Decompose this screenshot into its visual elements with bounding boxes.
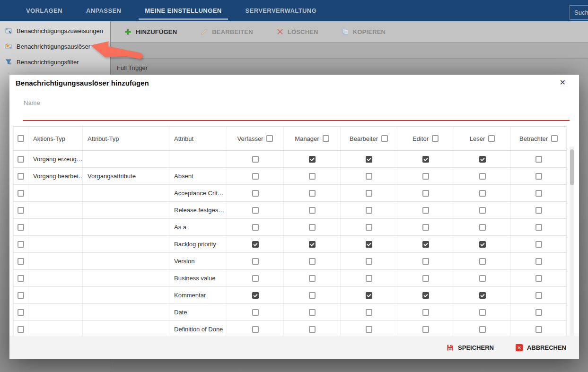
role-checkbox-bearbeiter[interactable] <box>366 173 372 180</box>
toolbar-button-plus[interactable]: HINZUFÜGEN <box>124 28 177 35</box>
role-checkbox-verfasser[interactable] <box>252 326 259 333</box>
column-checkbox-manager[interactable] <box>323 135 329 142</box>
search-input[interactable] <box>570 5 588 20</box>
role-checkbox-leser[interactable] <box>479 156 486 163</box>
role-checkbox-leser[interactable] <box>479 309 486 316</box>
role-checkbox-editor[interactable] <box>422 326 429 333</box>
row-select-checkbox[interactable] <box>18 326 24 333</box>
role-checkbox-manager[interactable] <box>309 275 316 282</box>
sidebar-item-benachrichtigungsausl-ser[interactable]: Benachrichtigungsauslöser <box>0 39 110 54</box>
role-checkbox-manager[interactable] <box>309 224 316 231</box>
role-checkbox-verfasser[interactable] <box>252 190 259 197</box>
role-checkbox-leser[interactable] <box>479 292 486 299</box>
vertical-scrollbar[interactable] <box>570 147 574 336</box>
tab-serververwaltung[interactable]: SERVERVERWALTUNG <box>234 0 329 21</box>
role-checkbox-bearbeiter[interactable] <box>366 224 372 231</box>
save-button[interactable]: SPEICHERN <box>447 344 494 351</box>
role-checkbox-bearbeiter[interactable] <box>366 275 372 282</box>
role-checkbox-editor[interactable] <box>422 173 429 180</box>
role-checkbox-bearbeiter[interactable] <box>366 309 372 316</box>
role-checkbox-bearbeiter[interactable] <box>366 326 372 333</box>
role-checkbox-manager[interactable] <box>309 207 316 214</box>
role-checkbox-betrachter[interactable] <box>535 292 542 299</box>
tab-vorlagen[interactable]: VORLAGEN <box>14 0 74 21</box>
scrollbar-thumb[interactable] <box>570 149 574 185</box>
role-checkbox-editor[interactable] <box>422 292 429 299</box>
close-icon[interactable]: ✕ <box>560 78 566 87</box>
role-checkbox-manager[interactable] <box>309 241 316 248</box>
role-checkbox-manager[interactable] <box>309 190 316 197</box>
role-checkbox-leser[interactable] <box>479 173 486 180</box>
tab-anpassen[interactable]: ANPASSEN <box>74 0 133 21</box>
row-select-checkbox[interactable] <box>18 156 24 163</box>
role-checkbox-verfasser[interactable] <box>252 309 259 316</box>
role-checkbox-betrachter[interactable] <box>535 241 542 248</box>
row-select-checkbox[interactable] <box>18 275 24 282</box>
role-checkbox-verfasser[interactable] <box>252 275 259 282</box>
role-checkbox-betrachter[interactable] <box>535 309 542 316</box>
role-checkbox-bearbeiter[interactable] <box>366 258 372 265</box>
role-checkbox-leser[interactable] <box>479 207 486 214</box>
row-select-checkbox[interactable] <box>18 190 24 197</box>
role-checkbox-bearbeiter[interactable] <box>366 292 372 299</box>
role-checkbox-verfasser[interactable] <box>252 156 259 163</box>
row-select-checkbox[interactable] <box>18 207 24 214</box>
role-checkbox-leser[interactable] <box>479 190 486 197</box>
toolbar-button-pencil[interactable]: BEARBEITEN <box>201 28 253 35</box>
role-checkbox-leser[interactable] <box>479 224 486 231</box>
column-checkbox-verfasser[interactable] <box>266 135 273 142</box>
column-checkbox-bearbeiter[interactable] <box>381 135 388 142</box>
role-checkbox-verfasser[interactable] <box>252 292 259 299</box>
role-checkbox-manager[interactable] <box>309 309 316 316</box>
role-checkbox-editor[interactable] <box>422 156 429 163</box>
role-checkbox-betrachter[interactable] <box>535 173 542 180</box>
role-checkbox-bearbeiter[interactable] <box>366 241 372 248</box>
role-checkbox-betrachter[interactable] <box>535 258 542 265</box>
row-select-checkbox[interactable] <box>18 292 24 299</box>
row-select-checkbox[interactable] <box>18 241 24 248</box>
role-checkbox-bearbeiter[interactable] <box>366 156 372 163</box>
role-checkbox-betrachter[interactable] <box>535 224 542 231</box>
role-checkbox-verfasser[interactable] <box>252 258 259 265</box>
role-checkbox-editor[interactable] <box>422 309 429 316</box>
column-checkbox-leser[interactable] <box>488 135 495 142</box>
role-checkbox-verfasser[interactable] <box>252 241 259 248</box>
role-checkbox-manager[interactable] <box>309 156 316 163</box>
role-checkbox-betrachter[interactable] <box>535 190 542 197</box>
row-select-checkbox[interactable] <box>18 224 24 231</box>
sidebar-item-benachrichtigungsfilter[interactable]: Benachrichtigungsfilter <box>0 54 110 69</box>
role-checkbox-betrachter[interactable] <box>535 156 542 163</box>
select-all-checkbox[interactable] <box>18 135 24 142</box>
role-checkbox-manager[interactable] <box>309 326 316 333</box>
role-checkbox-editor[interactable] <box>422 258 429 265</box>
role-checkbox-manager[interactable] <box>309 258 316 265</box>
role-checkbox-editor[interactable] <box>422 190 429 197</box>
column-checkbox-editor[interactable] <box>432 135 439 142</box>
role-checkbox-bearbeiter[interactable] <box>366 190 372 197</box>
role-checkbox-betrachter[interactable] <box>535 207 542 214</box>
role-checkbox-leser[interactable] <box>479 326 486 333</box>
role-checkbox-betrachter[interactable] <box>535 275 542 282</box>
toolbar-button-delete[interactable]: LÖSCHEN <box>277 28 318 35</box>
role-checkbox-leser[interactable] <box>479 275 486 282</box>
row-select-checkbox[interactable] <box>18 173 24 180</box>
role-checkbox-manager[interactable] <box>309 173 316 180</box>
row-select-checkbox[interactable] <box>18 309 24 316</box>
role-checkbox-editor[interactable] <box>422 224 429 231</box>
role-checkbox-verfasser[interactable] <box>252 173 259 180</box>
role-checkbox-editor[interactable] <box>422 275 429 282</box>
cancel-button[interactable]: ✕ ABBRECHEN <box>516 344 566 351</box>
row-select-checkbox[interactable] <box>18 258 24 265</box>
role-checkbox-editor[interactable] <box>422 207 429 214</box>
role-checkbox-verfasser[interactable] <box>252 207 259 214</box>
toolbar-button-copy[interactable]: KOPIEREN <box>342 28 386 35</box>
sidebar-item-benachrichtigungszuweisungen[interactable]: Benachrichtigungszuweisungen <box>0 23 110 38</box>
role-checkbox-bearbeiter[interactable] <box>366 207 372 214</box>
role-checkbox-manager[interactable] <box>309 292 316 299</box>
role-checkbox-leser[interactable] <box>479 241 486 248</box>
role-checkbox-verfasser[interactable] <box>252 224 259 231</box>
role-checkbox-betrachter[interactable] <box>535 326 542 333</box>
name-field[interactable] <box>23 95 569 110</box>
tab-meine-einstellungen[interactable]: MEINE EINSTELLUNGEN <box>133 0 233 21</box>
role-checkbox-leser[interactable] <box>479 258 486 265</box>
